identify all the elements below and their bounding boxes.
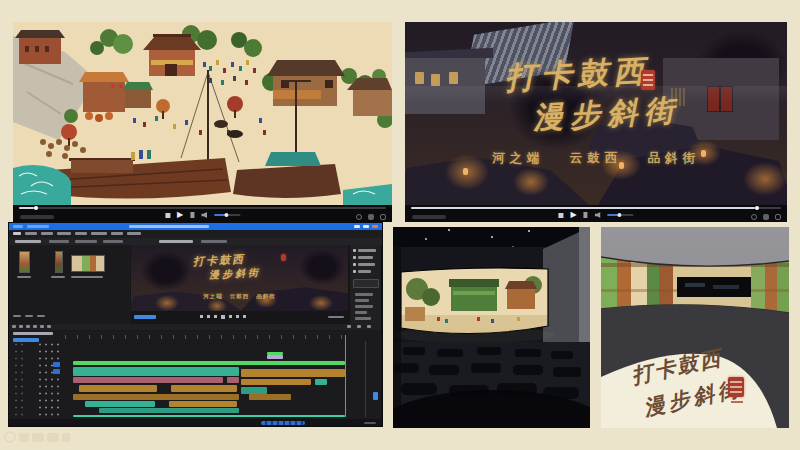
video-player-left: ▶ (13, 22, 392, 222)
horizontal-scrollbar[interactable] (9, 419, 382, 427)
video-title-line2: 漫步斜街 (532, 90, 682, 139)
volume-icon[interactable] (595, 212, 601, 218)
timeline-scroll-marker[interactable] (373, 392, 378, 400)
timeline-clip[interactable] (85, 401, 155, 407)
volume-slider[interactable] (214, 214, 240, 216)
timeline-clip[interactable] (79, 385, 157, 392)
source-patch-a1[interactable] (53, 369, 60, 374)
monitor-title-line2: 漫步斜街 (209, 266, 262, 283)
progress-bar[interactable] (19, 207, 386, 209)
video-editor-window: 打卡鼓西 漫步斜街 河之端 云鼓西 品斜街 (8, 222, 383, 427)
theater-room-photo (393, 227, 590, 428)
timeline-clip[interactable] (73, 394, 239, 400)
timeline-clip[interactable] (227, 377, 239, 383)
monitor-preview[interactable]: 打卡鼓西 漫步斜街 河之端 云鼓西 品斜街 (131, 245, 348, 311)
ancient-market-painting (13, 22, 392, 205)
project-panel (9, 245, 129, 324)
night-hutong-scene: 打卡鼓西 漫步斜街 河之端 云鼓西 品斜街 (405, 22, 787, 205)
timeline-clip[interactable] (267, 355, 283, 359)
source-patch-v1[interactable] (53, 362, 60, 367)
timeline-clip[interactable] (73, 377, 223, 383)
track-toggles (13, 341, 23, 417)
stop-button[interactable] (165, 213, 170, 218)
work-area-edge (365, 341, 366, 417)
fullscreen-icon[interactable] (380, 214, 386, 220)
video-surface-night-scene[interactable]: 打卡鼓西 漫步斜街 河之端 云鼓西 品斜街 (405, 22, 787, 205)
clip-thumbnail[interactable] (71, 255, 105, 272)
pip-icon[interactable] (368, 214, 374, 220)
timeline-clip[interactable] (315, 379, 327, 385)
scrollbar-thumb[interactable] (261, 421, 305, 425)
time-display (412, 215, 446, 219)
clip-thumbnail[interactable] (55, 251, 63, 273)
play-button[interactable]: ▶ (570, 211, 576, 219)
timeline-clip[interactable] (241, 379, 311, 385)
player-controls-right: ▶ (405, 205, 787, 222)
menu-bar[interactable] (9, 230, 382, 238)
settings-icon[interactable] (751, 214, 757, 220)
timeline-clip[interactable] (169, 401, 237, 407)
timeline-clip[interactable] (241, 387, 267, 394)
timeline-clip[interactable] (249, 394, 291, 400)
track-controls (37, 341, 63, 417)
playhead[interactable] (345, 335, 346, 417)
close-button[interactable] (372, 225, 378, 228)
player-controls-left: ▶ (13, 205, 392, 222)
pip-icon[interactable] (763, 214, 769, 220)
seal-caption (731, 401, 743, 403)
timeline-clip[interactable] (73, 415, 345, 417)
timeline-clip[interactable] (73, 367, 239, 376)
next-button[interactable] (584, 212, 588, 218)
fullscreen-icon[interactable] (775, 214, 781, 220)
stop-button[interactable] (558, 213, 563, 218)
time-display (20, 215, 54, 219)
effects-panel (351, 245, 381, 324)
lantern-glow (743, 162, 787, 196)
video-player-right: 打卡鼓西 漫步斜街 河之端 云鼓西 品斜街 ▶ (405, 22, 787, 222)
effects-dropdown[interactable] (353, 279, 379, 288)
clip-thumbnail[interactable] (19, 251, 30, 273)
right-scroll-strip[interactable] (381, 245, 383, 425)
volume-slider[interactable] (608, 214, 634, 216)
video-surface-painting[interactable] (13, 22, 392, 205)
collage-page: ▶ (0, 0, 800, 450)
lantern-glow (513, 168, 549, 196)
program-monitor: 打卡鼓西 漫步斜街 河之端 云鼓西 品斜街 (130, 245, 350, 324)
mural-room-photo: 打卡鼓西 漫步斜街 (601, 227, 789, 428)
monitor-subtitle: 河之端 云鼓西 品斜街 (131, 293, 348, 300)
play-button[interactable]: ▶ (177, 211, 183, 219)
theater-illustration (393, 227, 590, 428)
video-subtitle: 河之端 云鼓西 品斜街 (405, 150, 787, 167)
timeline-clip[interactable] (99, 408, 239, 413)
progress-bar[interactable] (411, 207, 781, 209)
workspace-tabs[interactable] (9, 238, 382, 245)
watermark (4, 431, 70, 443)
pavilion (143, 34, 201, 76)
window-titlebar[interactable] (9, 223, 382, 230)
volume-icon[interactable] (201, 212, 207, 218)
timeline-panel (9, 330, 381, 419)
time-ruler[interactable] (65, 335, 345, 339)
monitor-timecode (134, 315, 156, 319)
transport-controls[interactable] (200, 315, 246, 319)
next-button[interactable] (190, 212, 194, 218)
settings-icon[interactable] (356, 214, 362, 220)
timeline-clip[interactable] (241, 369, 345, 377)
timeline-clip[interactable] (171, 385, 237, 392)
mural-red-seal (728, 377, 744, 397)
timeline-clip[interactable] (73, 361, 345, 365)
red-seal-stamp (641, 70, 655, 90)
